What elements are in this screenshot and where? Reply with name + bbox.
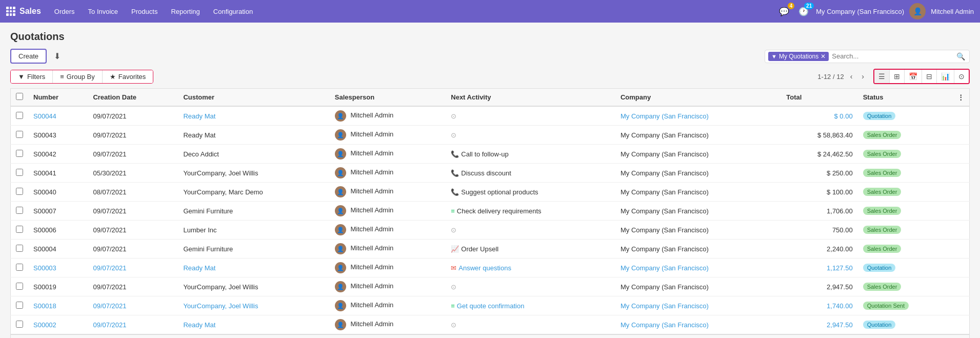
row-checkbox[interactable] (16, 169, 23, 176)
col-header-total[interactable]: Total (781, 89, 857, 107)
chat-notifications-button[interactable]: 💬 4 (777, 5, 791, 18)
customer-link[interactable]: Ready Mat (183, 264, 215, 272)
user-name[interactable]: Mitchell Admin (931, 8, 974, 15)
app-logo[interactable]: Sales (6, 7, 41, 16)
company-link[interactable]: My Company (San Francisco) (621, 321, 709, 329)
menu-configuration[interactable]: Configuration (207, 5, 259, 18)
company-name: My Company (San Francisco) (621, 131, 709, 139)
pagination-next-button[interactable]: › (858, 71, 867, 82)
filter-tag-close-button[interactable]: ✕ (821, 53, 826, 60)
cell-total: 2,947.50 (781, 277, 857, 296)
group-by-button[interactable]: ≡ Group By (53, 70, 103, 83)
activity-icon: ✉ (451, 264, 456, 272)
company-link[interactable]: My Company (San Francisco) (621, 302, 709, 310)
order-date-link[interactable]: 09/07/2021 (93, 302, 126, 310)
menu-reporting[interactable]: Reporting (165, 5, 206, 18)
row-checkbox[interactable] (16, 245, 23, 252)
filter-controls: ▼ Filters ≡ Group By ★ Favorites (10, 70, 153, 84)
menu-orders[interactable]: Orders (48, 5, 81, 18)
row-checkbox[interactable] (16, 131, 23, 138)
cell-total: $ 24,462.50 (781, 145, 857, 164)
row-checkbox-cell (11, 126, 29, 145)
download-button[interactable]: ⬇ (51, 49, 64, 63)
row-checkbox[interactable] (16, 112, 23, 119)
pivot-view-button[interactable]: ⊟ (922, 70, 937, 83)
row-checkbox[interactable] (16, 207, 23, 214)
order-number-link[interactable]: S00003 (33, 264, 56, 272)
col-header-number[interactable]: Number (28, 89, 88, 107)
graph-view-button[interactable]: 📊 (937, 70, 954, 83)
total-link[interactable]: 2,947.50 (827, 321, 853, 329)
total-link[interactable]: 1,127.50 (827, 264, 853, 272)
customer-link[interactable]: Ready Mat (183, 321, 215, 329)
col-header-salesperson[interactable]: Salesperson (330, 89, 446, 107)
favorites-star-icon: ★ (110, 73, 116, 81)
activity-view-button[interactable]: ⊙ (954, 70, 969, 83)
cell-date: 05/30/2021 (88, 164, 178, 183)
activity-link[interactable]: Answer questions (458, 264, 511, 272)
menu-to-invoice[interactable]: To Invoice (82, 5, 125, 18)
avatar[interactable]: 👤 (909, 3, 926, 19)
cell-customer: YourCompany, Joel Willis (178, 164, 329, 183)
row-checkbox[interactable] (16, 150, 23, 157)
cell-row-menu (952, 202, 970, 221)
col-header-creation-date[interactable]: Creation Date (88, 89, 178, 107)
grand-total-spacer (858, 334, 970, 338)
menu-products[interactable]: Products (125, 5, 164, 18)
order-date-link[interactable]: 09/07/2021 (93, 264, 126, 272)
customer-link[interactable]: YourCompany, Joel Willis (183, 302, 258, 310)
cell-number: S00040 (28, 183, 88, 202)
order-date: 09/07/2021 (93, 283, 126, 291)
cell-salesperson: 👤 Mitchell Admin (330, 296, 446, 315)
search-button[interactable]: 🔍 (954, 50, 967, 63)
row-checkbox[interactable] (16, 264, 23, 271)
select-all-checkbox[interactable] (16, 93, 23, 100)
cell-status: Quotation (858, 259, 952, 277)
row-checkbox[interactable] (16, 283, 23, 290)
order-number-link[interactable]: S00002 (33, 321, 56, 329)
row-checkbox[interactable] (16, 302, 23, 309)
order-number: S00019 (33, 283, 56, 291)
activity-link[interactable]: Get quote confirmation (457, 302, 525, 310)
favorites-button[interactable]: ★ Favorites (103, 70, 153, 83)
status-badge: Sales Order (863, 188, 902, 196)
order-number-link[interactable]: S00044 (33, 112, 56, 120)
col-header-status[interactable]: Status (858, 89, 952, 107)
cell-salesperson: 👤 Mitchell Admin (330, 126, 446, 145)
kanban-view-button[interactable]: ⊞ (890, 70, 905, 83)
salesperson-avatar: 👤 (335, 148, 346, 160)
cell-salesperson: 👤 Mitchell Admin (330, 183, 446, 202)
cell-salesperson: 👤 Mitchell Admin (330, 221, 446, 240)
order-number-link[interactable]: S00018 (33, 302, 56, 310)
search-input[interactable] (830, 50, 954, 62)
order-number: S00006 (33, 226, 56, 234)
cell-activity: ✉Answer questions (446, 259, 615, 277)
cell-row-menu (952, 126, 970, 145)
calendar-view-button[interactable]: 📅 (905, 70, 922, 83)
cell-date: 09/07/2021 (88, 277, 178, 296)
salesperson-avatar: 👤 (335, 319, 346, 330)
cell-number: S00043 (28, 126, 88, 145)
row-checkbox[interactable] (16, 321, 23, 328)
row-checkbox[interactable] (16, 188, 23, 195)
row-checkbox[interactable] (16, 226, 23, 233)
customer-link[interactable]: Ready Mat (183, 112, 215, 120)
col-header-company[interactable]: Company (615, 89, 781, 107)
order-number: S00043 (33, 131, 56, 139)
row-checkbox-cell (11, 240, 29, 259)
company-link[interactable]: My Company (San Francisco) (621, 112, 709, 120)
pagination-prev-button[interactable]: ‹ (847, 71, 856, 82)
list-view-button[interactable]: ☰ (874, 70, 890, 83)
total-link[interactable]: $ 0.00 (834, 112, 853, 120)
company-link[interactable]: My Company (San Francisco) (621, 264, 709, 272)
total-link[interactable]: 1,740.00 (827, 302, 853, 310)
activity-badge: 21 (804, 3, 814, 9)
activity-notifications-button[interactable]: 🕐 21 (796, 5, 811, 18)
col-header-next-activity[interactable]: Next Activity (446, 89, 615, 107)
order-date-link[interactable]: 09/07/2021 (93, 321, 126, 329)
col-header-customer[interactable]: Customer (178, 89, 329, 107)
cell-salesperson: 👤 Mitchell Admin (330, 259, 446, 277)
create-button[interactable]: Create (10, 49, 47, 64)
filters-button[interactable]: ▼ Filters (11, 70, 53, 83)
col-header-check (11, 89, 29, 107)
